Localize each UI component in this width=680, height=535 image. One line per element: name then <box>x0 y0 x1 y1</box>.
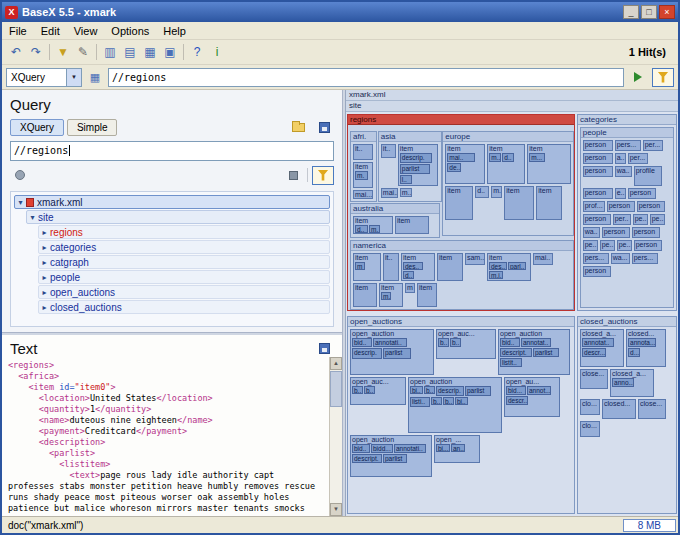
treemap-node[interactable]: m. <box>491 186 502 198</box>
scroll-up-icon[interactable]: ▲ <box>330 357 342 370</box>
treemap-node[interactable]: open_auctionbi..b..descrip.parlistlisti.… <box>408 377 502 433</box>
grid-view-button[interactable]: ▤ <box>120 42 140 62</box>
treemap-node[interactable]: descr... <box>506 396 528 405</box>
treemap-node[interactable]: listit.. <box>500 358 522 367</box>
treemap-node[interactable]: pe.. <box>600 240 615 251</box>
treemap-node[interactable]: l.. <box>400 175 412 184</box>
treemap-node[interactable]: descr... <box>582 348 606 357</box>
close-button[interactable]: × <box>659 5 675 19</box>
treemap-node[interactable]: b.. <box>424 386 435 394</box>
titlebar[interactable]: X BaseX 5.5 - xmark _ □ × <box>2 2 678 22</box>
treemap-node[interactable]: person <box>583 140 613 151</box>
treemap-node[interactable]: d.. <box>502 153 514 162</box>
treemap-node[interactable]: clo... <box>580 399 600 415</box>
treemap-node[interactable]: bidd... <box>371 444 393 453</box>
treemap-node[interactable]: b.. <box>364 386 375 394</box>
treemap-node[interactable]: it.. <box>353 144 373 160</box>
split-view-button[interactable]: ▥ <box>100 42 120 62</box>
treemap-node[interactable]: pe.. <box>650 214 665 225</box>
treemap-node[interactable]: a.. <box>615 153 626 164</box>
treemap-node[interactable]: item <box>445 186 473 220</box>
treemap-node[interactable]: person <box>583 266 611 277</box>
expander-icon[interactable]: ▸ <box>39 273 50 282</box>
treemap-node[interactable]: open_auc...b..b.. <box>436 329 496 359</box>
treemap-node[interactable]: parlist <box>383 454 407 463</box>
treemap-node[interactable]: closed...annota...d... <box>626 329 666 367</box>
treemap-node[interactable]: bid.. <box>500 338 520 347</box>
tree-item-catgraph[interactable]: ▸catgraph <box>38 255 330 269</box>
treemap-node[interactable]: item <box>353 283 377 307</box>
treemap-node[interactable]: open_auctionbid..bidd...annotati..descri… <box>350 435 432 477</box>
treemap-node[interactable]: open_auctionbid..annotati..descrip.parli… <box>350 329 434 375</box>
save-text-button[interactable] <box>314 339 334 357</box>
treemap-node[interactable]: open_au...bid...annot...descr... <box>504 377 560 417</box>
treemap-node[interactable]: itemmai..de.. <box>445 144 485 184</box>
treemap-node[interactable]: parlist <box>533 348 559 357</box>
treemap-node[interactable]: de.. <box>447 163 461 172</box>
treemap-node[interactable]: pe.. <box>583 240 598 251</box>
treemap-node[interactable]: clo... <box>580 421 600 437</box>
treemap-node[interactable]: m. <box>355 171 368 180</box>
record-button[interactable] <box>10 166 30 184</box>
scroll-down-icon[interactable]: ▼ <box>330 503 342 516</box>
treemap-node[interactable]: d.. <box>403 271 414 279</box>
filter-button[interactable] <box>652 68 674 87</box>
treemap-node[interactable]: itemm <box>353 253 381 281</box>
minimize-button[interactable]: _ <box>623 5 639 19</box>
treemap-node[interactable]: closed_a...anno... <box>610 369 654 397</box>
maximize-button[interactable]: □ <box>641 5 657 19</box>
treemap-node[interactable]: profile <box>634 166 662 186</box>
treemap-group-afri[interactable]: afri.it..itemm.mai... <box>350 131 377 202</box>
expander-icon[interactable]: ▸ <box>39 303 50 312</box>
treemap-node[interactable]: d... <box>628 348 640 357</box>
treemap-node[interactable]: open_auctionbid..annotat..descript.parli… <box>498 329 570 375</box>
tab-xquery[interactable]: XQuery <box>10 119 64 136</box>
menu-edit[interactable]: Edit <box>34 25 67 37</box>
tree-item-site[interactable]: ▾site <box>26 210 330 224</box>
treemap-node[interactable]: mai... <box>381 188 398 198</box>
treemap-node[interactable]: pers... <box>632 253 658 264</box>
treemap-node[interactable]: m.i. <box>489 271 503 279</box>
treemap-node[interactable]: descrip. <box>400 153 432 163</box>
treemap-node[interactable]: annotat.. <box>521 338 551 347</box>
treemap-group-europe[interactable]: europeitemmai..de..itemm..d..itemm...ite… <box>442 131 574 237</box>
treemap-node[interactable]: person <box>637 201 665 212</box>
treemap-node[interactable]: bid... <box>506 386 526 395</box>
treemap-group-closed_auctions[interactable]: closed_auctionsclosed_a...annotat..descr… <box>577 316 677 515</box>
treemap-node[interactable]: itemdescrip.parlistl.. <box>398 144 438 186</box>
chevron-down-icon[interactable]: ▼ <box>66 69 81 86</box>
treemap-node[interactable]: parlist <box>400 164 430 174</box>
treemap-node[interactable]: close... <box>580 369 608 389</box>
treemap-node[interactable]: itemm..d.. <box>487 144 525 184</box>
treemap-node[interactable]: m.. <box>400 188 412 197</box>
treemap-node[interactable]: m... <box>529 153 545 162</box>
treemap-group-asia[interactable]: asiait..itemdescrip.parlistl..mai...m.. <box>378 131 442 202</box>
treemap-node[interactable]: pers... <box>615 140 641 151</box>
treemap-node[interactable]: per... <box>628 153 648 164</box>
treemap-node[interactable]: descrip. <box>436 386 464 396</box>
edit-button[interactable]: ✎ <box>73 42 93 62</box>
treemap-node[interactable]: anno... <box>612 378 634 387</box>
treemap-node[interactable]: person <box>632 227 660 238</box>
expander-icon[interactable]: ▸ <box>39 228 50 237</box>
info-button[interactable]: i <box>207 42 227 62</box>
treemap-node[interactable]: closed... <box>602 399 636 419</box>
treemap-node[interactable]: annotat.. <box>582 338 614 347</box>
search-query-input[interactable] <box>108 68 624 87</box>
expander-icon[interactable]: ▸ <box>39 243 50 252</box>
treemap-node[interactable]: mai... <box>353 190 373 199</box>
treemap-node[interactable]: person <box>602 227 630 238</box>
treemap-node[interactable]: per.. <box>613 214 631 225</box>
treemap-node[interactable]: parlist <box>383 348 411 359</box>
treemap-node[interactable]: person <box>634 240 662 251</box>
treemap-node[interactable]: person <box>583 153 613 164</box>
treemap-node[interactable]: des.. <box>403 262 423 270</box>
expander-icon[interactable]: ▸ <box>39 288 50 297</box>
treemap-node[interactable]: itemd..m. <box>353 216 393 234</box>
treemap-node[interactable]: person <box>583 166 613 177</box>
treemap-root-label[interactable]: xmark.xml <box>346 90 678 101</box>
treemap-node[interactable]: person <box>583 188 613 199</box>
treemap-node[interactable]: person <box>607 201 635 212</box>
treemap-view-button[interactable]: ▦ <box>140 42 160 62</box>
tree-item-people[interactable]: ▸people <box>38 270 330 284</box>
